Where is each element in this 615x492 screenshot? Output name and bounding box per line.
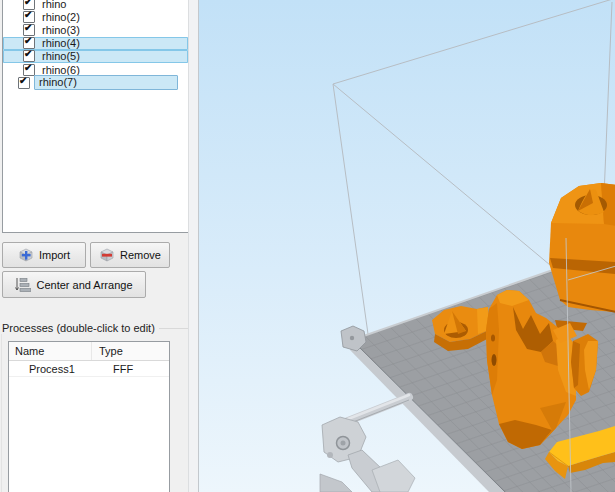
model-checkbox[interactable]: ✔ bbox=[23, 11, 35, 23]
model-list-item[interactable]: ✔rhino(6) bbox=[3, 63, 188, 76]
processes-table[interactable]: Name Type Process1FFF bbox=[8, 341, 170, 492]
import-box-icon bbox=[18, 247, 34, 263]
model-label: rhino(4) bbox=[42, 37, 80, 49]
viewport-3d[interactable] bbox=[199, 0, 615, 492]
center-and-arrange-button[interactable]: Center and Arrange bbox=[2, 271, 146, 298]
scene-canvas[interactable] bbox=[199, 0, 615, 492]
check-icon: ✔ bbox=[24, 48, 32, 59]
model-checkbox[interactable]: ✔ bbox=[23, 37, 35, 49]
model-label: rhino(3) bbox=[42, 24, 80, 36]
remove-button[interactable]: Remove bbox=[90, 242, 170, 268]
check-icon: ✔ bbox=[24, 35, 32, 46]
process-row[interactable]: Process1FFF bbox=[9, 361, 169, 377]
simplify3d-window: { "models_panel": { "check_glyph": "✔", … bbox=[0, 0, 615, 492]
model-checkbox[interactable]: ✔ bbox=[18, 77, 30, 89]
column-header-name[interactable]: Name bbox=[9, 345, 91, 357]
import-button-label: Import bbox=[39, 249, 70, 261]
left-sidebar: ✔rhino✔rhino(2)✔rhino(3)✔rhino(4)✔rhino(… bbox=[0, 0, 188, 492]
model-checkbox[interactable]: ✔ bbox=[23, 24, 35, 36]
model-checkbox[interactable]: ✔ bbox=[23, 64, 35, 76]
processes-groupbox-border-left bbox=[1, 334, 2, 492]
check-icon: ✔ bbox=[24, 0, 32, 7]
processes-rows: Process1FFF bbox=[9, 361, 169, 377]
model-label: rhino(2) bbox=[42, 11, 80, 23]
center-and-arrange-label: Center and Arrange bbox=[36, 279, 132, 291]
model-label: rhino bbox=[42, 0, 66, 10]
model-list-item[interactable]: ✔rhino(7) bbox=[3, 76, 188, 89]
model-label: rhino(6) bbox=[42, 64, 80, 76]
check-icon: ✔ bbox=[24, 9, 32, 20]
remove-button-label: Remove bbox=[120, 249, 161, 261]
model-label: rhino(5) bbox=[42, 50, 80, 62]
processes-group-label: Processes (double-click to edit) bbox=[2, 322, 159, 334]
model-label: rhino(7) bbox=[34, 75, 178, 90]
column-header-type[interactable]: Type bbox=[91, 342, 169, 360]
import-button[interactable]: Import bbox=[2, 242, 86, 268]
processes-table-header: Name Type bbox=[9, 342, 169, 361]
check-icon: ✔ bbox=[24, 62, 32, 73]
check-icon: ✔ bbox=[24, 22, 32, 33]
model-checkbox[interactable]: ✔ bbox=[23, 50, 35, 62]
process-type: FFF bbox=[105, 363, 169, 375]
arrange-icon bbox=[15, 277, 31, 293]
check-icon: ✔ bbox=[19, 75, 27, 86]
panel-splitter[interactable] bbox=[188, 0, 199, 492]
process-name: Process1 bbox=[9, 363, 105, 375]
remove-box-icon bbox=[99, 247, 115, 263]
models-list[interactable]: ✔rhino✔rhino(2)✔rhino(3)✔rhino(4)✔rhino(… bbox=[2, 0, 189, 233]
